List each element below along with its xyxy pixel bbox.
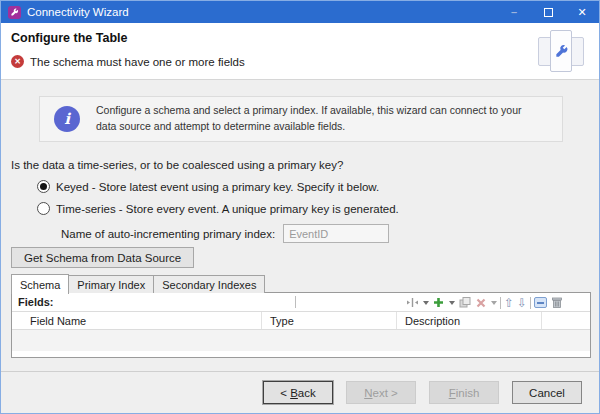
timeseries-radio-button[interactable] <box>37 202 50 215</box>
remove-field-menu-caret <box>491 301 497 305</box>
tab-primary-index[interactable]: Primary Index <box>68 275 154 293</box>
connectivity-wizard-dialog: Connectivity Wizard – ✕ Configure the Ta… <box>0 0 600 414</box>
question-label: Is the data a time-series, or to be coal… <box>11 159 343 171</box>
window-controls: – ✕ <box>497 1 599 23</box>
fields-toolbar: Fields: <box>12 293 590 312</box>
tab-secondary-indexes[interactable]: Secondary Indexes <box>153 275 265 293</box>
finish-button: Finish <box>429 381 499 404</box>
wrench-icon <box>554 44 569 59</box>
tab-schema[interactable]: Schema <box>11 274 69 294</box>
add-field-icon[interactable] <box>432 295 445 311</box>
app-icon <box>8 6 21 19</box>
cancel-button[interactable]: Cancel <box>512 381 582 404</box>
timeseries-radio-label: Time-series - Store every event. A uniqu… <box>56 203 399 215</box>
maximize-icon[interactable] <box>531 1 565 23</box>
error-row: ✕ The schema must have one or more field… <box>11 55 245 68</box>
info-text: Configure a schema and select a primary … <box>96 103 562 135</box>
wizard-header: Configure the Table ✕ The schema must ha… <box>1 23 599 80</box>
fields-table-header: Field Name Type Description <box>12 312 590 330</box>
schema-tabbar: Schema Primary Index Secondary Indexes <box>11 273 264 293</box>
radio-option-keyed[interactable]: Keyed - Store latest event using a prima… <box>37 180 379 193</box>
column-header-description[interactable]: Description <box>397 312 542 329</box>
move-up-icon[interactable]: ⇧ <box>504 295 514 311</box>
wizard-button-bar: < Back Next > Finish Cancel <box>1 371 599 413</box>
primary-index-input <box>283 224 389 243</box>
column-header-spacer <box>542 312 590 329</box>
primary-index-label: Name of auto-incrementing primary index: <box>61 228 275 240</box>
fields-table-empty-area[interactable] <box>12 330 590 351</box>
add-field-menu-caret[interactable] <box>449 301 455 305</box>
app-wrench-icon <box>10 8 19 17</box>
wizard-page-icon <box>535 28 587 75</box>
keyed-radio-button[interactable] <box>37 180 50 193</box>
close-icon[interactable]: ✕ <box>565 1 599 23</box>
toolbar-separator <box>295 296 296 308</box>
keyed-radio-label: Keyed - Store latest event using a prima… <box>56 181 379 193</box>
delete-all-icon[interactable] <box>550 295 564 311</box>
error-message: The schema must have one or more fields <box>30 56 245 68</box>
radio-option-timeseries[interactable]: Time-series - Store every event. A uniqu… <box>37 202 399 215</box>
remove-field-icon <box>475 295 487 311</box>
insert-field-icon[interactable] <box>406 295 419 311</box>
move-down-icon[interactable]: ⇩ <box>517 295 527 311</box>
info-banner: i Configure a schema and select a primar… <box>39 96 563 142</box>
insert-field-menu-caret[interactable] <box>423 301 429 305</box>
fields-toolbar-icons: ⇧ ⇩ <box>406 293 564 312</box>
fields-panel: Fields: <box>11 292 591 358</box>
column-header-type[interactable]: Type <box>262 312 397 329</box>
next-button: Next > <box>346 381 416 404</box>
info-icon: i <box>54 106 80 132</box>
minimize-icon: – <box>497 1 531 23</box>
window-title: Connectivity Wizard <box>27 6 129 18</box>
primary-index-row: Name of auto-incrementing primary index: <box>61 224 389 243</box>
get-schema-button[interactable]: Get Schema from Data Source <box>11 247 194 268</box>
collapse-all-icon[interactable] <box>534 295 547 311</box>
column-header-field-name[interactable]: Field Name <box>12 312 262 329</box>
page-title: Configure the Table <box>11 31 127 45</box>
fields-table-body <box>12 351 590 357</box>
fields-label: Fields: <box>12 296 53 308</box>
back-button[interactable]: < Back <box>263 381 333 404</box>
duplicate-field-icon <box>458 295 472 311</box>
error-icon: ✕ <box>11 55 24 68</box>
titlebar: Connectivity Wizard – ✕ <box>1 1 599 23</box>
